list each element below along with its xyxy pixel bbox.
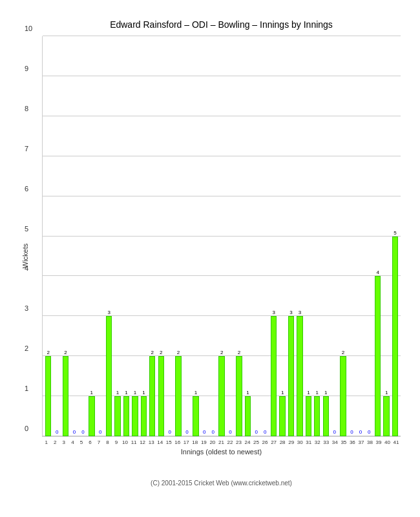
y-tick-label: 1 (25, 385, 28, 392)
y-tick-label: 0 (25, 425, 28, 432)
bar-value-label: 1 (324, 390, 327, 396)
bar (63, 356, 68, 436)
bar-zero-label: 0 (252, 429, 260, 435)
bar-group: 0 (96, 36, 105, 436)
y-tick-label: 4 (25, 264, 28, 272)
bar-group: 3 (105, 36, 113, 436)
bar (297, 316, 302, 436)
x-tick-label: 12 (138, 439, 147, 445)
bar-group: 2 (148, 36, 156, 436)
bar (236, 356, 242, 436)
bar-value-label: 3 (107, 310, 110, 315)
bar-value-label: 1 (281, 390, 284, 396)
x-tick-label: 28 (278, 439, 287, 445)
bar-value-label: 2 (342, 350, 344, 355)
x-tick-label: 15 (164, 439, 173, 445)
bar (80, 435, 86, 436)
bar-value-label: 1 (316, 390, 319, 396)
x-tick-label: 38 (366, 439, 375, 445)
bar (314, 396, 320, 436)
bar (106, 316, 112, 436)
y-tick-label: 2 (25, 344, 28, 352)
bar-group: 1 (122, 36, 131, 436)
bar (71, 435, 77, 436)
bar-value-label: 2 (160, 350, 162, 355)
bars-wrapper: 2020010311112202010020210031331110200041… (43, 36, 401, 436)
bar (262, 435, 268, 436)
bar-zero-label: 0 (183, 429, 191, 435)
x-tick-label: 3 (59, 439, 68, 445)
x-tick-label: 33 (322, 439, 331, 445)
bar-zero-label: 0 (261, 429, 269, 435)
x-tick-label: 9 (112, 439, 121, 445)
x-tick-label: 16 (173, 439, 182, 445)
y-tick-label: 6 (25, 185, 28, 193)
bar-value-label: 1 (142, 390, 145, 396)
bar-group: 2 (339, 36, 347, 436)
bar-group: 2 (61, 36, 70, 436)
bar (271, 316, 277, 436)
bar-value-label: 2 (47, 350, 49, 355)
bar (210, 435, 216, 436)
bar-group: 2 (156, 36, 165, 436)
x-tick-label: 7 (94, 439, 103, 445)
chart-container: Edward Rainsford – ODI – Bowling – Innin… (6, 0, 414, 504)
bar (366, 435, 372, 436)
bar (167, 435, 173, 436)
bar-group: 2 (174, 36, 182, 436)
x-tick-label: 6 (86, 439, 95, 445)
x-tick-label: 1 (42, 439, 51, 445)
bar-value-label: 3 (272, 310, 275, 315)
bar (331, 435, 337, 436)
x-axis-labels: 1234567891011121314151617181920212223242… (42, 439, 401, 445)
bar-value-label: 1 (90, 390, 93, 396)
bar-group: 0 (356, 36, 364, 436)
x-tick-label: 36 (348, 439, 357, 445)
bar-zero-label: 0 (330, 429, 339, 435)
x-tick-label: 18 (191, 439, 200, 445)
bar-value-label: 1 (125, 390, 127, 396)
x-tick-label: 32 (313, 439, 322, 445)
bar (245, 396, 251, 436)
bar (392, 237, 398, 437)
bar-group: 2 (217, 36, 226, 436)
x-tick-label: 22 (226, 439, 235, 445)
bar-value-label: 2 (220, 350, 223, 355)
bar-group: 1 (191, 36, 200, 436)
bar-value-label: 1 (134, 390, 136, 396)
bar-group: 0 (70, 36, 78, 436)
bar-group: 3 (295, 36, 304, 436)
bar-group: 0 (330, 36, 339, 436)
x-tick-label: 14 (156, 439, 165, 445)
bar (184, 435, 190, 436)
bar-value-label: 5 (394, 230, 396, 236)
bar-group: 0 (348, 36, 356, 436)
x-tick-label: 8 (103, 439, 112, 445)
bar-value-label: 4 (377, 269, 379, 275)
bar-zero-label: 0 (70, 429, 78, 435)
bar-group: 0 (261, 36, 269, 436)
bar (288, 316, 294, 436)
bar (306, 396, 311, 436)
bar (114, 396, 120, 436)
bar (89, 396, 94, 436)
bar (45, 356, 51, 436)
bar (375, 276, 381, 436)
bar-group: 1 (140, 36, 148, 436)
bar-group: 0 (252, 36, 260, 436)
x-tick-label: 31 (304, 439, 313, 445)
bar-group: 1 (322, 36, 330, 436)
x-tick-label: 34 (331, 439, 340, 445)
bar (158, 356, 164, 436)
bar-zero-label: 0 (96, 429, 105, 435)
x-tick-label: 19 (200, 439, 209, 445)
x-tick-label: 5 (77, 439, 86, 445)
bar-zero-label: 0 (348, 429, 356, 435)
bar-value-label: 1 (385, 390, 388, 396)
bar-zero-label: 0 (209, 429, 217, 435)
x-tick-label: 26 (260, 439, 269, 445)
y-tick-label: 10 (25, 25, 32, 32)
bar-group: 1 (313, 36, 321, 436)
bar-value-label: 1 (116, 390, 119, 396)
bar-value-label: 3 (289, 310, 292, 315)
